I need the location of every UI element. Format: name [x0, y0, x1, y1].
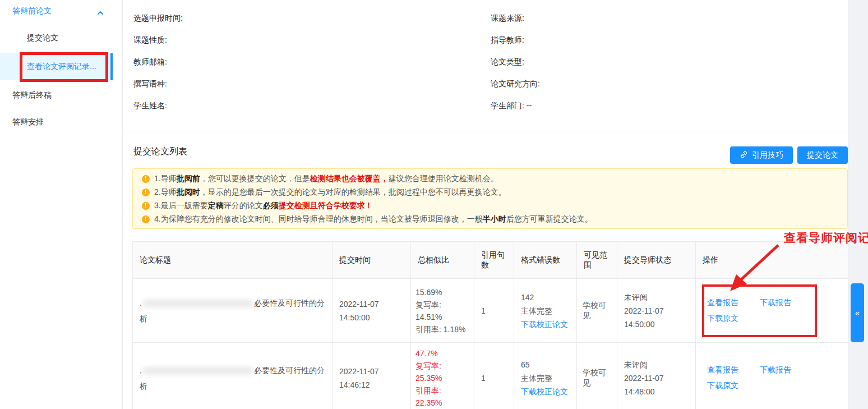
thesis-profile-fields: 选题申报时间: 课题来源: 课题性质: 指导教师: 教师邮箱: 论文类型: 撰写…	[123, 12, 848, 111]
section-divider	[123, 131, 848, 131]
quoted-count-cell: 1	[474, 343, 514, 409]
download-original-link[interactable]: 下载原文	[707, 314, 738, 323]
notice-line-4: ! 4.为保障您有充分的修改论文时间、同时给导师合理的休息时间，当论文被导师退回…	[142, 213, 838, 226]
col-review-status: 提交导师状态	[617, 242, 696, 279]
sidebar-group-label: 答辩前论文	[12, 6, 52, 16]
sidebar-item-label: 查看论文评阅记录...	[27, 62, 96, 72]
toolbar: 引用技巧 提交论文	[730, 146, 848, 164]
col-quoted-sentences: 引用句数	[474, 242, 514, 279]
sidebar-item-label: 答辩后终稿	[12, 90, 52, 100]
field-writing-language: 撰写语种:	[133, 78, 491, 89]
field-topic-apply-time: 选题申报时间:	[133, 12, 491, 24]
sidebar-item-label: 答辩安排	[12, 117, 44, 127]
submit-paper-button[interactable]: 提交论文	[797, 146, 848, 164]
citation-tips-label: 引用技巧	[752, 150, 783, 160]
double-chevron-left-icon: «	[855, 308, 860, 318]
review-status-cell: 未评阅2022-11-0714:50:00	[617, 279, 696, 343]
sidebar-item-view-review-records[interactable]: 查看论文评阅记录...	[0, 53, 113, 80]
format-errors-cell: 65主体完整下载校正论文	[514, 343, 577, 409]
chevron-up-icon	[98, 8, 103, 14]
col-format-errors: 格式错误数	[514, 242, 577, 279]
submitted-papers-title: 提交论文列表	[133, 146, 187, 158]
right-gutter	[848, 0, 868, 409]
field-label: 学生部门:	[491, 101, 524, 110]
actions-cell: 查看报告下载报告 下载原文	[696, 343, 848, 409]
warning-icon: !	[142, 175, 150, 183]
table-row: .必要性及可行性的分析 2022-11-0714:50:00 15.69%复写率…	[133, 279, 848, 343]
download-corrected-paper-link[interactable]: 下载校正论文	[521, 318, 570, 331]
redacted-title-block	[143, 300, 253, 307]
collapse-panel-tab[interactable]: «	[851, 283, 864, 342]
download-report-link[interactable]: 下载报告	[760, 365, 791, 375]
sidebar-item-defense-schedule[interactable]: 答辩安排	[0, 111, 122, 134]
sidebar-group-pre-defense-papers[interactable]: 答辩前论文	[0, 0, 122, 22]
field-paper-type: 论文类型:	[491, 56, 848, 67]
table-row: ,必要性及可行性的分析 2022-11-0714:46:12 47.7%复写率:…	[133, 343, 848, 409]
field-student-name: 学生姓名:	[133, 100, 491, 111]
similarity-cell: 15.69%复写率:14.51%引用率: 1.18%	[411, 279, 474, 343]
view-report-link[interactable]: 查看报告	[707, 298, 738, 308]
notice-text: 4.为保障您有充分的修改论文时间、同时给导师合理的休息时间，当论文被导师退回修改…	[154, 214, 593, 224]
col-paper-title: 论文标题	[133, 242, 333, 279]
link-icon	[740, 150, 748, 160]
submit-time-cell: 2022-11-0714:50:00	[333, 279, 411, 343]
field-teacher-email: 教师邮箱:	[133, 56, 491, 67]
view-report-link[interactable]: 查看报告	[707, 365, 738, 375]
paper-title-cell: .必要性及可行性的分析	[133, 279, 333, 343]
download-report-link[interactable]: 下载报告	[760, 298, 791, 308]
visibility-cell: 学校可见	[577, 343, 617, 409]
submit-paper-label: 提交论文	[807, 150, 838, 160]
field-value: --	[527, 101, 532, 110]
sidebar: 答辩前论文 提交论文 查看论文评阅记录... 答辩后终稿 答辩安排	[0, 0, 123, 409]
field-topic-source: 课题来源:	[491, 12, 848, 24]
field-student-department: 学生部门: --	[491, 100, 848, 111]
field-supervisor: 指导教师:	[491, 34, 848, 45]
col-actions: 操作	[696, 242, 848, 279]
review-annotation-text: 查看导师评阅记录及查重报告	[784, 230, 868, 246]
citation-tips-button[interactable]: 引用技巧	[730, 146, 793, 164]
sidebar-item-submit-paper[interactable]: 提交论文	[0, 27, 122, 49]
similarity-cell: 47.7%复写率:25.35%引用率:22.35%	[411, 343, 474, 409]
field-research-direction: 论文研究方向:	[491, 78, 848, 89]
thesis-system-page: 答辩前论文 提交论文 查看论文评阅记录... 答辩后终稿 答辩安排 选题申报时间…	[0, 0, 868, 409]
notice-text: 3.最后一版需要定稿评分的论文必须提交检测且符合学校要求！	[154, 201, 373, 211]
warning-alert: ! 1.导师批阅前，您可以更换提交的论文，但是检测结果也会被覆盖，建议您合理使用…	[132, 168, 848, 229]
review-status-cell: 未评阅2022-11-0714:48:00	[617, 343, 696, 409]
warning-icon: !	[142, 202, 150, 210]
download-corrected-paper-link[interactable]: 下载校正论文	[521, 385, 570, 398]
visibility-cell: 学校可见	[577, 279, 617, 343]
notice-line-3: ! 3.最后一版需要定稿评分的论文必须提交检测且符合学校要求！	[142, 199, 838, 213]
quoted-count-cell: 1	[474, 279, 514, 343]
redacted-title-block	[143, 367, 253, 375]
actions-cell: 查看报告下载报告 下载原文	[696, 279, 848, 343]
col-submit-time: 提交时间	[333, 242, 411, 279]
main-content: 选题申报时间: 课题来源: 课题性质: 指导教师: 教师邮箱: 论文类型: 撰写…	[123, 0, 848, 409]
table-header-row: 论文标题 提交时间 总相似比 引用句数 格式错误数 可见范围 提交导师状态 操作	[133, 242, 848, 279]
col-total-similarity: 总相似比	[411, 242, 474, 279]
notice-line-2: ! 2.导师批阅时，显示的是您最后一次提交的论文与对应的检测结果，批阅过程中您不…	[142, 186, 838, 199]
download-original-link[interactable]: 下载原文	[707, 381, 738, 390]
notice-text: 1.导师批阅前，您可以更换提交的论文，但是检测结果也会被覆盖，建议您合理使用论文…	[154, 174, 498, 184]
sidebar-item-label: 提交论文	[27, 33, 58, 43]
paper-title-cell: ,必要性及可行性的分析	[133, 343, 333, 409]
submit-time-cell: 2022-11-0714:46:12	[333, 343, 411, 409]
warning-icon: !	[142, 189, 150, 196]
submitted-papers-table: 论文标题 提交时间 总相似比 引用句数 格式错误数 可见范围 提交导师状态 操作…	[132, 241, 848, 409]
notice-line-1: ! 1.导师批阅前，您可以更换提交的论文，但是检测结果也会被覆盖，建议您合理使用…	[142, 172, 838, 186]
notice-text: 2.导师批阅时，显示的是您最后一次提交的论文与对应的检测结果，批阅过程中您不可以…	[154, 187, 506, 197]
field-topic-nature: 课题性质:	[133, 34, 491, 45]
sidebar-item-final-draft[interactable]: 答辩后终稿	[0, 84, 122, 107]
col-visibility: 可见范围	[577, 242, 617, 279]
warning-icon: !	[142, 215, 150, 223]
format-errors-cell: 142主体完整下载校正论文	[514, 279, 577, 343]
